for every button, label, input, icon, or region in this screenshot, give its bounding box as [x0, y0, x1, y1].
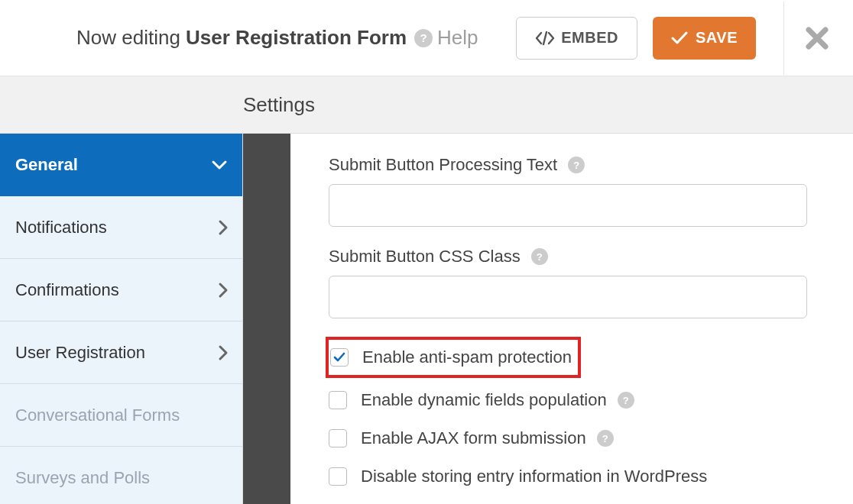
help-icon[interactable]: ?: [531, 248, 548, 265]
checkbox[interactable]: [330, 348, 349, 367]
text-input[interactable]: [329, 276, 807, 318]
text-input[interactable]: [329, 184, 807, 227]
dark-gutter: [243, 134, 290, 504]
checkbox-label: Disable storing entry information in Wor…: [361, 467, 707, 486]
field-row: Submit Button CSS Class?: [329, 247, 807, 318]
checkbox-label: Enable dynamic fields population: [361, 390, 607, 410]
divider: [783, 2, 784, 75]
checkbox-row: Enable dynamic fields population?: [329, 390, 807, 410]
sidebar-item-user-registration[interactable]: User Registration: [0, 321, 242, 384]
settings-heading: Settings: [243, 93, 315, 117]
chevron-right-icon: [218, 281, 229, 299]
checkbox-label: Enable anti-spam protection: [362, 347, 572, 367]
field-row: Submit Button Processing Text?: [329, 155, 807, 227]
sidebar-item-confirmations[interactable]: Confirmations: [0, 259, 242, 321]
checkbox-row: Disable storing entry information in Wor…: [329, 467, 807, 486]
sidebar-item-label: Surveys and Polls: [15, 468, 150, 488]
help-icon: ?: [414, 29, 433, 47]
sidebar-item-label: Conversational Forms: [15, 405, 180, 425]
sidebar-item-notifications[interactable]: Notifications: [0, 196, 242, 259]
help-icon[interactable]: ?: [597, 430, 614, 447]
field-label-text: Submit Button CSS Class: [329, 247, 521, 267]
settings-sidebar: GeneralNotificationsConfirmationsUser Re…: [0, 134, 243, 504]
sidebar-item-general[interactable]: General: [0, 134, 242, 196]
checkbox-row: Enable anti-spam protection: [327, 338, 579, 376]
save-button[interactable]: SAVE: [653, 17, 756, 60]
settings-heading-strip: Settings: [0, 76, 853, 134]
save-label: SAVE: [696, 29, 738, 47]
sidebar-item-surveys-and-polls: Surveys and Polls: [0, 447, 242, 504]
sidebar-item-conversational-forms: Conversational Forms: [0, 384, 242, 447]
chevron-right-icon: [218, 344, 229, 362]
svg-line-0: [543, 32, 547, 44]
help-icon[interactable]: ?: [568, 157, 585, 173]
checkbox-list: Enable anti-spam protectionEnable dynami…: [329, 338, 807, 486]
help-icon[interactable]: ?: [618, 392, 634, 409]
field-label-text: Submit Button Processing Text: [329, 155, 557, 175]
checkbox[interactable]: [329, 429, 347, 447]
help-link[interactable]: ? Help: [414, 26, 478, 50]
chevron-down-icon: [210, 160, 229, 170]
check-icon: [671, 31, 688, 45]
editing-label: Now editing User Registration Form: [76, 26, 407, 50]
settings-content: Submit Button Processing Text?Submit But…: [290, 134, 853, 504]
close-icon: [806, 27, 829, 50]
main-area: GeneralNotificationsConfirmationsUser Re…: [0, 134, 853, 504]
checkbox-row: Enable AJAX form submission?: [329, 428, 807, 448]
sidebar-item-label: Notifications: [15, 218, 107, 237]
sidebar-item-label: Confirmations: [15, 280, 119, 300]
topbar: Now editing User Registration Form ? Hel…: [0, 0, 853, 76]
code-icon: [535, 31, 555, 46]
checkbox[interactable]: [329, 391, 347, 409]
chevron-right-icon: [218, 218, 229, 237]
field-label: Submit Button Processing Text?: [329, 155, 807, 175]
form-name: User Registration Form: [186, 26, 407, 49]
embed-button[interactable]: EMBED: [516, 17, 637, 60]
sidebar-item-label: User Registration: [15, 343, 145, 363]
sidebar-item-label: General: [15, 155, 78, 175]
close-button[interactable]: [806, 27, 829, 50]
checkbox[interactable]: [329, 467, 347, 486]
help-label: Help: [437, 26, 478, 50]
checkbox-label: Enable AJAX form submission: [361, 428, 586, 448]
embed-label: EMBED: [561, 29, 618, 47]
editing-prefix: Now editing: [76, 26, 186, 49]
field-label: Submit Button CSS Class?: [329, 247, 807, 267]
